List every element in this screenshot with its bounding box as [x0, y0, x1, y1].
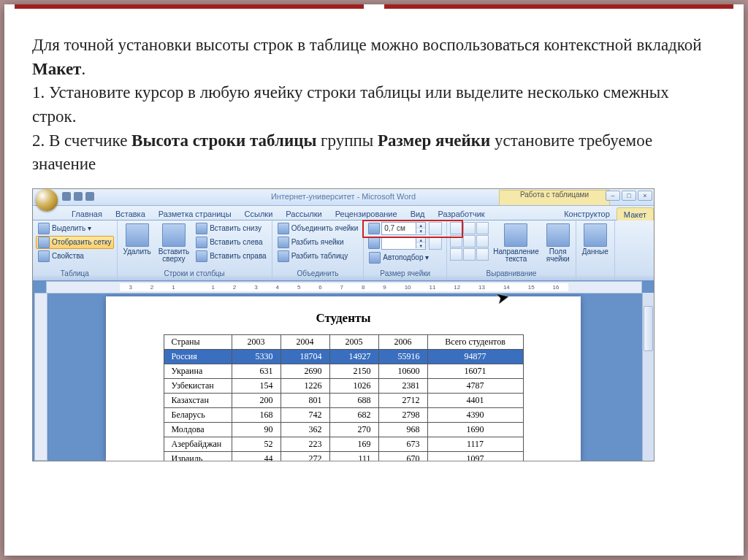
table-header-cell[interactable]: 2004	[280, 334, 329, 349]
text-direction-button[interactable]: Направление текста	[490, 222, 541, 265]
properties-button[interactable]: Свойства	[36, 250, 114, 263]
table-cell[interactable]: 5330	[232, 349, 280, 364]
table-cell[interactable]: Украина	[164, 364, 232, 378]
spinner-up-icon[interactable]: ▲	[416, 223, 425, 229]
insert-left-button[interactable]: Вставить слева	[194, 236, 268, 249]
table-cell[interactable]: 4787	[427, 378, 523, 393]
distribute-cols-button[interactable]	[429, 237, 442, 250]
table-cell[interactable]: 200	[232, 393, 280, 407]
table-cell[interactable]: 2798	[378, 407, 427, 422]
table-cell[interactable]: Узбекистан	[164, 378, 232, 393]
table-header-cell[interactable]: Всего студентов	[427, 334, 523, 349]
table-cell[interactable]: 90	[232, 422, 280, 437]
table-cell[interactable]: Казахстан	[164, 393, 232, 407]
show-grid-button[interactable]: Отобразить сетку	[36, 236, 114, 249]
table-cell[interactable]: Беларусь	[164, 407, 232, 422]
students-table[interactable]: Страны2003200420052006Всего студентов Ро…	[164, 334, 524, 461]
spinner-down-icon[interactable]: ▼	[416, 229, 425, 234]
table-cell[interactable]: 270	[329, 422, 378, 437]
table-row[interactable]: Беларусь16874268227984390	[164, 407, 523, 422]
table-cell[interactable]: 682	[329, 407, 378, 422]
page[interactable]: Студенты Страны2003200420052006Всего сту…	[106, 296, 581, 461]
delete-button[interactable]: Удалить	[121, 222, 154, 258]
col-width-spinner[interactable]: ▲▼	[381, 237, 426, 250]
table-cell[interactable]: 1097	[427, 451, 523, 461]
autofit-button[interactable]: Автоподбор ▾	[367, 251, 443, 264]
alignment-grid[interactable]	[450, 222, 489, 261]
table-cell[interactable]: 223	[280, 437, 329, 451]
insert-below-button[interactable]: Вставить снизу	[194, 222, 268, 235]
table-header-cell[interactable]: 2006	[378, 334, 427, 349]
table-row[interactable]: Узбекистан1541226102623814787	[164, 378, 523, 393]
table-cell[interactable]: 801	[280, 393, 329, 407]
tab-insert[interactable]: Вставка	[109, 207, 152, 220]
table-cell[interactable]: 968	[378, 422, 427, 437]
table-cell[interactable]: 2712	[378, 393, 427, 407]
table-row[interactable]: Россия533018704149275591694877	[164, 349, 523, 364]
table-cell[interactable]: 169	[329, 437, 378, 451]
table-cell[interactable]: 16071	[427, 364, 523, 378]
cell-margins-button[interactable]: Поля ячейки	[543, 222, 573, 265]
table-cell[interactable]: 10600	[378, 364, 427, 378]
spinner-down-icon[interactable]: ▼	[416, 243, 425, 248]
table-row[interactable]: Израиль442721116701097	[164, 451, 523, 461]
table-cell[interactable]: Россия	[164, 349, 232, 364]
table-cell[interactable]: 111	[329, 451, 378, 461]
table-cell[interactable]: 14927	[329, 349, 378, 364]
insert-top-button[interactable]: Вставить сверху	[156, 222, 192, 265]
tab-design[interactable]: Конструктор	[557, 207, 617, 220]
table-cell[interactable]: 94877	[427, 349, 523, 364]
table-cell[interactable]: 688	[329, 393, 378, 407]
max-button[interactable]: □	[622, 191, 636, 201]
table-cell[interactable]: 1026	[329, 378, 378, 393]
table-cell[interactable]: 18704	[280, 349, 329, 364]
tab-mailings[interactable]: Рассылки	[279, 207, 328, 220]
close-button[interactable]: ×	[638, 191, 652, 201]
table-cell[interactable]: Азербайджан	[164, 437, 232, 451]
tab-developer[interactable]: Разработчик	[432, 207, 492, 220]
data-button[interactable]: Данные	[579, 222, 611, 258]
table-header-cell[interactable]: Страны	[164, 334, 232, 349]
table-header-row[interactable]: Страны2003200420052006Всего студентов	[164, 334, 523, 349]
scrollbar-thumb[interactable]	[644, 306, 653, 351]
table-header-cell[interactable]: 2005	[329, 334, 378, 349]
vertical-scrollbar[interactable]	[642, 293, 654, 461]
table-cell[interactable]: 44	[232, 451, 280, 461]
merge-cells-button[interactable]: Объединить ячейки	[275, 222, 361, 235]
distribute-rows-button[interactable]	[429, 222, 442, 235]
table-row[interactable]: Молдова903622709681690	[164, 422, 523, 437]
horizontal-ruler[interactable]: 32112345678910111213141516	[46, 281, 642, 294]
table-cell[interactable]: 55916	[378, 349, 427, 364]
table-cell[interactable]: Израиль	[164, 451, 232, 461]
table-header-cell[interactable]: 2003	[232, 334, 280, 349]
tab-home[interactable]: Главная	[65, 207, 109, 220]
table-cell[interactable]: 272	[280, 451, 329, 461]
tab-references[interactable]: Ссылки	[238, 207, 280, 220]
row-height-spinner[interactable]: 0,7 см ▲▼	[381, 222, 426, 235]
table-cell[interactable]: 362	[280, 422, 329, 437]
spinner-up-icon[interactable]: ▲	[416, 237, 425, 243]
table-cell[interactable]: 154	[232, 378, 280, 393]
tab-layout[interactable]: Макет	[617, 207, 654, 220]
table-cell[interactable]: 1117	[427, 437, 523, 451]
table-cell[interactable]: 2690	[280, 364, 329, 378]
table-row[interactable]: Казахстан20080168827124401	[164, 393, 523, 407]
row-height-value[interactable]: 0,7 см	[382, 224, 416, 232]
table-cell[interactable]: 168	[232, 407, 280, 422]
table-row[interactable]: Украина631269021501060016071	[164, 364, 523, 378]
insert-right-button[interactable]: Вставить справа	[194, 250, 268, 263]
table-cell[interactable]: 2150	[329, 364, 378, 378]
min-button[interactable]: –	[606, 191, 620, 201]
table-cell[interactable]: 673	[378, 437, 427, 451]
office-button[interactable]	[36, 189, 58, 211]
tab-view[interactable]: Вид	[404, 207, 432, 220]
table-cell[interactable]: Молдова	[164, 422, 232, 437]
select-button[interactable]: Выделить ▾	[36, 222, 114, 235]
tab-pagelayout[interactable]: Разметка страницы	[152, 207, 238, 220]
table-cell[interactable]: 670	[378, 451, 427, 461]
table-cell[interactable]: 4401	[427, 393, 523, 407]
tab-review[interactable]: Рецензирование	[329, 207, 404, 220]
table-cell[interactable]: 4390	[427, 407, 523, 422]
split-cells-button[interactable]: Разбить ячейки	[275, 236, 361, 249]
table-cell[interactable]: 1226	[280, 378, 329, 393]
